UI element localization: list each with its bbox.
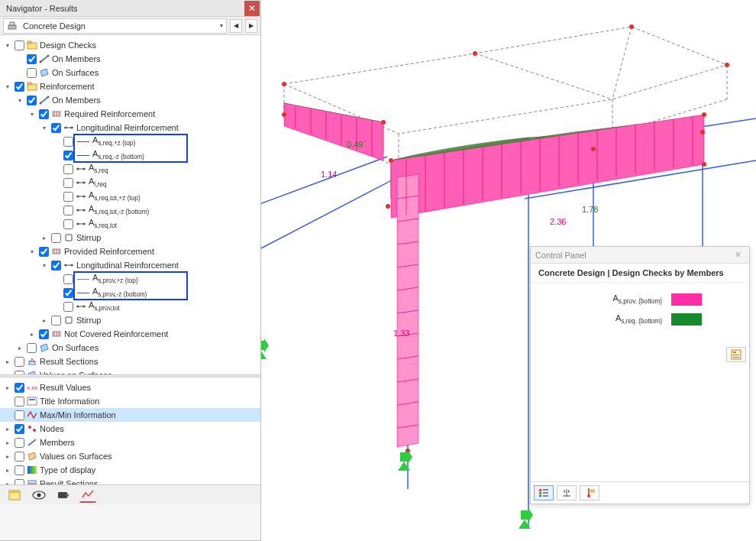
tree-item[interactable]: As,req xyxy=(0,162,260,176)
tree-item[interactable]: As,req,-z (bottom) xyxy=(0,148,260,162)
visibility-checkbox[interactable] xyxy=(51,233,61,243)
tree-item[interactable]: Reinforcement xyxy=(0,79,260,93)
tree-item[interactable]: As,req,tot xyxy=(0,217,260,231)
tree-item[interactable]: Stirrup xyxy=(0,313,260,327)
visibility-checkbox[interactable] xyxy=(63,274,73,284)
visibility-checkbox[interactable] xyxy=(63,288,73,298)
expander-icon[interactable] xyxy=(27,248,37,255)
tab-views-button[interactable] xyxy=(55,488,72,503)
tree-item[interactable]: Longitudinal Reinforcement xyxy=(0,121,260,134)
expander-icon[interactable] xyxy=(15,97,24,104)
expander-icon[interactable] xyxy=(3,358,12,365)
visibility-checkbox[interactable] xyxy=(63,151,73,160)
expander-icon[interactable] xyxy=(3,384,12,391)
visibility-checkbox[interactable] xyxy=(15,465,24,475)
expander-icon[interactable] xyxy=(15,345,24,351)
tree-item[interactable]: Members xyxy=(0,436,260,449)
tree-item[interactable]: Required Reinforcement xyxy=(0,107,260,121)
visibility-checkbox[interactable] xyxy=(39,329,49,339)
tree-item[interactable]: x.xxResult Values xyxy=(0,381,260,394)
navigator-options-tree[interactable]: x.xxResult ValuesTitle InformationMax/Mi… xyxy=(0,377,260,484)
control-panel-tab-list-button[interactable] xyxy=(534,485,554,501)
visibility-checkbox[interactable] xyxy=(15,438,24,448)
expander-icon[interactable] xyxy=(40,262,49,269)
tree-item[interactable]: On Surfaces xyxy=(0,66,260,79)
visibility-checkbox[interactable] xyxy=(15,410,24,420)
tree-item[interactable]: Max/Min Information xyxy=(0,408,260,422)
expander-icon[interactable] xyxy=(3,42,12,49)
tree-item[interactable]: As,req,tot,+z (top) xyxy=(0,190,260,203)
visibility-checkbox[interactable] xyxy=(27,54,37,64)
expander-icon[interactable] xyxy=(3,453,12,460)
tree-item[interactable]: On Members xyxy=(0,93,260,107)
nav-next-button[interactable]: ▶ xyxy=(245,19,257,33)
visibility-checkbox[interactable] xyxy=(15,40,24,50)
visibility-checkbox[interactable] xyxy=(27,68,37,78)
tree-item[interactable]: Type of display xyxy=(0,463,260,477)
tree-item[interactable]: As,req,+z (top) xyxy=(0,134,260,148)
tree-item[interactable]: Provided Reinforcement xyxy=(0,245,260,258)
visibility-checkbox[interactable] xyxy=(63,219,73,229)
visibility-checkbox[interactable] xyxy=(39,247,49,257)
control-panel-close-button[interactable]: ✕ xyxy=(731,249,745,261)
visibility-checkbox[interactable] xyxy=(51,316,61,326)
control-panel-titlebar[interactable]: Control Panel ✕ xyxy=(531,247,749,264)
expander-icon[interactable] xyxy=(3,83,12,90)
visibility-checkbox[interactable] xyxy=(39,109,49,119)
visibility-checkbox[interactable] xyxy=(51,261,61,270)
visibility-checkbox[interactable] xyxy=(63,192,73,202)
expander-icon[interactable] xyxy=(3,439,12,446)
tab-display-button[interactable] xyxy=(31,488,47,503)
tree-item[interactable]: Title Information xyxy=(0,394,260,408)
expander-icon[interactable] xyxy=(3,467,12,474)
tree-item[interactable]: Values on Surfaces xyxy=(0,368,260,374)
tab-data-button[interactable] xyxy=(6,488,23,503)
tree-item[interactable]: Design Checks xyxy=(0,38,260,52)
tree-item[interactable]: As,prov,-z (bottom) xyxy=(0,286,260,300)
visibility-checkbox[interactable] xyxy=(63,137,73,147)
tree-item[interactable]: As,prov,tot xyxy=(0,300,260,313)
nav-prev-button[interactable]: ◀ xyxy=(230,19,242,33)
tree-item[interactable]: Nodes xyxy=(0,422,260,436)
expander-icon[interactable] xyxy=(40,125,49,131)
visibility-checkbox[interactable] xyxy=(15,82,24,92)
navigator-close-button[interactable]: ✕ xyxy=(244,1,260,16)
expander-icon[interactable] xyxy=(27,111,37,118)
visibility-checkbox[interactable] xyxy=(63,164,73,174)
control-panel-tab-factor-button[interactable] xyxy=(557,485,577,501)
visibility-checkbox[interactable] xyxy=(15,371,24,375)
visibility-checkbox[interactable] xyxy=(15,452,24,462)
tree-item[interactable]: Al,req xyxy=(0,176,260,190)
visibility-checkbox[interactable] xyxy=(27,96,37,105)
control-panel-tab-filter-button[interactable] xyxy=(580,485,599,501)
visibility-checkbox[interactable] xyxy=(51,123,61,133)
visibility-checkbox[interactable] xyxy=(63,206,73,215)
visibility-checkbox[interactable] xyxy=(63,178,73,188)
visibility-checkbox[interactable] xyxy=(15,479,24,485)
tree-item[interactable]: Values on Surfaces xyxy=(0,449,260,463)
expander-icon[interactable] xyxy=(40,235,49,241)
tab-results-button[interactable] xyxy=(79,488,96,503)
navigator-tree[interactable]: Design ChecksOn MembersOn SurfacesReinfo… xyxy=(0,35,260,374)
tree-item[interactable]: Longitudinal Reinforcement xyxy=(0,258,260,272)
navigator-category-dropdown[interactable]: Concrete Design ▾ xyxy=(3,18,227,34)
svg-point-70 xyxy=(66,494,69,497)
tree-item[interactable]: Stirrup xyxy=(0,231,260,245)
tree-item[interactable]: As,req,tot,-z (bottom) xyxy=(0,203,260,217)
tree-item[interactable]: As,prov,+z (top) xyxy=(0,272,260,286)
visibility-checkbox[interactable] xyxy=(63,302,73,312)
visibility-checkbox[interactable] xyxy=(15,357,24,367)
control-panel-properties-button[interactable] xyxy=(726,347,746,362)
visibility-checkbox[interactable] xyxy=(15,397,24,407)
visibility-checkbox[interactable] xyxy=(15,424,24,434)
expander-icon[interactable] xyxy=(3,426,12,432)
visibility-checkbox[interactable] xyxy=(15,383,24,393)
tree-item[interactable]: Result Sections xyxy=(0,355,260,368)
tree-item[interactable]: Result Sections xyxy=(0,477,260,484)
expander-icon[interactable] xyxy=(27,331,37,338)
tree-item[interactable]: Not Covered Reinforcement xyxy=(0,327,260,341)
expander-icon[interactable] xyxy=(40,317,49,324)
visibility-checkbox[interactable] xyxy=(27,343,37,353)
tree-item[interactable]: On Members xyxy=(0,52,260,66)
tree-item[interactable]: On Surfaces xyxy=(0,341,260,355)
